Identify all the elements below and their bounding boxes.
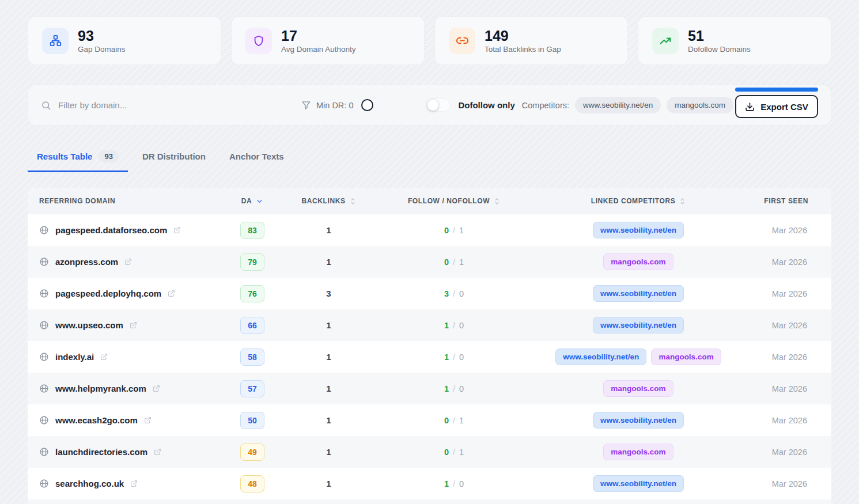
column-header-follow-nofollow[interactable]: FOLLOW / NOFOLLOW (376, 197, 532, 205)
referring-domain: azonpress.com (55, 257, 118, 267)
table-row[interactable]: www.ecash2go.com 50 1 0 / 1 www.seobilit… (28, 404, 831, 436)
linked-competitor-chip: mangools.com (603, 380, 673, 397)
table-row[interactable]: pagespeed.deployhq.com 76 3 3 / 0 www.se… (28, 278, 831, 309)
da-cell: 57 (224, 380, 281, 397)
competitors-label: Competitors: (522, 101, 569, 110)
slash-separator: / (453, 448, 455, 457)
competitor-filter-chip-mangools[interactable]: mangools.com (667, 97, 733, 113)
column-label: REFERRING DOMAIN (39, 197, 115, 205)
external-link-icon[interactable] (130, 321, 137, 329)
follow-nofollow: 0 / 1 (376, 416, 532, 425)
follow-count: 0 (444, 257, 449, 267)
da-cell: 48 (224, 475, 281, 492)
external-link-icon[interactable] (168, 290, 175, 297)
min-dr-slider-knob[interactable] (361, 99, 373, 111)
table-row[interactable]: www.helpmyrank.com 57 1 1 / 0 mangools.c… (28, 373, 831, 404)
stat-value: 17 (281, 28, 356, 44)
globe-icon (39, 447, 49, 457)
referring-domain: pagespeed.deployhq.com (55, 289, 161, 298)
nofollow-count: 1 (459, 257, 464, 267)
sort-icon (679, 198, 686, 205)
da-cell: 49 (224, 444, 281, 461)
linked-competitor-chip: www.seobility.net/en (593, 475, 684, 492)
table-row[interactable]: www.upseo.com 66 1 1 / 0 www.seobility.n… (28, 309, 831, 341)
linked-competitor-chip: mangools.com (603, 253, 673, 270)
table-row[interactable]: pagespeed.dataforseo.com 83 1 0 / 1 www.… (28, 214, 831, 246)
tab-label: DR Distribution (142, 151, 206, 161)
column-header-backlinks[interactable]: BACKLINKS (281, 197, 376, 205)
min-dr-label: Min DR: 0 (316, 101, 353, 110)
competitor-filter-chip-seobility[interactable]: www.seobility.net/en (575, 97, 661, 113)
follow-count: 0 (444, 416, 449, 425)
slash-separator: / (453, 384, 455, 393)
column-header-linked-competitors[interactable]: LINKED COMPETITORS (532, 197, 745, 205)
referring-domain-cell: launchdirectories.com (28, 447, 224, 457)
filter-bar: Min DR: 0 Dofollow only Competitors: www… (28, 85, 831, 126)
table-row[interactable]: indexly.ai 58 1 1 / 0 www.seobility.net/… (28, 341, 831, 373)
download-icon (745, 102, 755, 112)
first-seen: Mar 2026 (745, 321, 831, 330)
backlinks-count: 1 (281, 225, 376, 235)
table-row[interactable]: searchhog.co.uk 48 1 1 / 0 www.seobility… (28, 468, 831, 499)
external-link-icon[interactable] (124, 258, 132, 266)
follow-count: 1 (444, 353, 449, 362)
table-row[interactable]: launchdirectories.com 49 1 0 / 1 mangool… (28, 436, 831, 468)
export-csv-label: Export CSV (760, 102, 808, 112)
backlinks-count: 1 (281, 447, 376, 457)
search-input[interactable] (58, 100, 301, 110)
slash-separator: / (453, 257, 455, 267)
dofollow-toggle[interactable] (426, 98, 451, 112)
external-link-icon[interactable] (153, 385, 160, 392)
table-row-partial (28, 499, 831, 504)
referring-domain-cell: pagespeed.dataforseo.com (28, 225, 224, 235)
external-link-icon[interactable] (100, 353, 108, 361)
external-link-icon[interactable] (130, 480, 138, 487)
backlinks-count: 1 (281, 479, 376, 488)
globe-icon (39, 384, 49, 393)
follow-nofollow: 1 / 0 (376, 479, 532, 488)
slash-separator: / (453, 353, 455, 362)
sitemap-icon (42, 28, 69, 54)
tab-count-badge: 93 (99, 150, 118, 162)
linked-competitors-cell: www.seobility.net/en (532, 285, 745, 302)
globe-icon (39, 320, 49, 330)
follow-count: 1 (444, 384, 449, 393)
backlinks-count: 1 (281, 415, 376, 425)
backlinks-count: 1 (281, 384, 376, 393)
linked-competitor-chip: mangools.com (603, 444, 673, 460)
chevron-down-icon (256, 198, 263, 205)
first-seen: Mar 2026 (745, 416, 831, 425)
referring-domain: searchhog.co.uk (55, 479, 124, 488)
external-link-icon[interactable] (144, 416, 152, 424)
external-link-icon[interactable] (173, 226, 181, 234)
linked-competitor-chip: www.seobility.net/en (593, 412, 684, 429)
nofollow-count: 1 (459, 448, 464, 457)
follow-nofollow: 1 / 0 (376, 321, 532, 330)
domain-filter-box[interactable] (41, 100, 301, 111)
da-cell: 83 (224, 222, 281, 239)
table-row[interactable]: azonpress.com 79 1 0 / 1 mangools.com Ma… (28, 246, 831, 278)
linked-competitors-cell: mangools.com (532, 253, 745, 270)
slash-separator: / (453, 226, 455, 235)
stat-value: 149 (485, 28, 561, 44)
linked-competitor-chip: www.seobility.net/en (593, 285, 684, 302)
progress-bar (735, 88, 818, 92)
tab-anchor-texts[interactable]: Anchor Texts (220, 143, 293, 172)
tab-dr-distribution[interactable]: DR Distribution (133, 143, 215, 172)
column-label: FIRST SEEN (764, 197, 808, 205)
stat-text: 51 Dofollow Domains (688, 28, 751, 54)
external-link-icon[interactable] (154, 448, 161, 456)
referring-domain-cell: indexly.ai (28, 352, 224, 362)
follow-count: 1 (444, 321, 449, 330)
da-badge: 49 (240, 444, 264, 461)
backlinks-count: 3 (281, 289, 376, 298)
stat-label: Total Backlinks in Gap (485, 45, 561, 54)
export-csv-button[interactable]: Export CSV (735, 95, 818, 118)
first-seen: Mar 2026 (745, 353, 831, 362)
dofollow-toggle-group: Dofollow only (426, 98, 514, 112)
backlink-gap-dashboard: 93 Gap Domains 17 Avg Domain Authority 1… (0, 0, 859, 504)
linked-competitors-cell: www.seobility.net/en (532, 222, 745, 238)
da-cell: 76 (224, 285, 281, 302)
column-header-da[interactable]: DA (224, 197, 281, 205)
tab-results-table[interactable]: Results Table 93 (28, 143, 128, 172)
